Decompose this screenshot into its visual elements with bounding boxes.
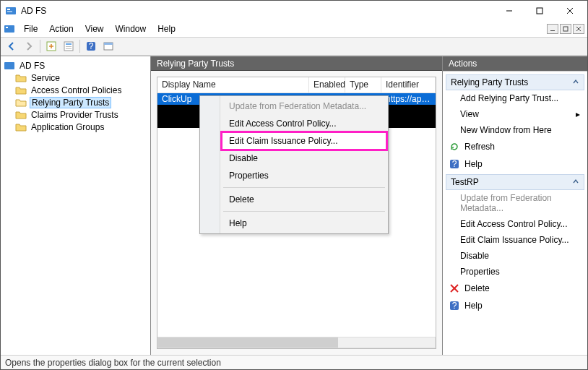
svg-rect-17 (66, 48, 72, 49)
help-icon: ? (449, 158, 460, 170)
tree-root-label: AD FS (18, 61, 46, 71)
cm-separator (223, 211, 385, 212)
svg-rect-8 (6, 27, 8, 28)
cm-help[interactable]: Help (222, 215, 386, 232)
col-display-name[interactable]: Display Name (157, 77, 309, 92)
title-bar: AD FS (1, 1, 587, 21)
cm-separator (223, 187, 385, 188)
collapse-icon (572, 177, 579, 187)
action-disable[interactable]: Disable (446, 248, 584, 264)
action-new-window[interactable]: New Window from Here (446, 122, 584, 138)
svg-rect-2 (7, 11, 12, 12)
add-button[interactable] (43, 38, 59, 54)
minimize-button[interactable] (495, 2, 524, 20)
svg-rect-4 (537, 8, 542, 14)
actions-section-testrp[interactable]: TestRP (446, 174, 584, 190)
menu-icon (4, 23, 15, 35)
action-refresh[interactable]: Refresh (446, 138, 584, 155)
maximize-button[interactable] (525, 2, 554, 20)
status-text: Opens the properties dialog box for the … (5, 358, 221, 368)
collapse-icon (572, 77, 579, 87)
svg-rect-16 (66, 46, 72, 47)
cm-update-metadata: Update from Federation Metadata... (222, 98, 386, 115)
tree-item-cpt[interactable]: Claims Provider Trusts (4, 108, 150, 121)
cm-delete[interactable]: Delete (222, 191, 386, 208)
action-properties[interactable]: Properties (446, 264, 584, 280)
mdi-close-button[interactable] (573, 24, 584, 34)
menu-action[interactable]: Action (43, 22, 79, 35)
svg-rect-15 (66, 43, 72, 45)
window-title: AD FS (21, 6, 495, 16)
svg-text:?: ? (89, 41, 94, 51)
submenu-arrow-icon: ▸ (576, 109, 580, 119)
help-toolbar-button[interactable]: ? (83, 38, 99, 54)
action-edit-cip[interactable]: Edit Claim Issuance Policy... (446, 232, 584, 248)
svg-rect-22 (4, 62, 14, 69)
context-menu: Update from Federation Metadata... Edit … (199, 95, 389, 234)
action-update-metadata: Update from Federation Metadata... (446, 190, 584, 216)
app-icon (5, 5, 17, 17)
mdi-minimize-button[interactable] (547, 24, 558, 34)
status-bar: Opens the properties dialog box for the … (1, 355, 587, 369)
properties-button[interactable] (61, 38, 77, 54)
menu-bar: File Action View Window Help (1, 21, 587, 37)
folder-icon (15, 72, 27, 84)
action-help-2[interactable]: ? Help (446, 297, 584, 314)
svg-text:?: ? (452, 159, 457, 169)
menu-help[interactable]: Help (152, 22, 181, 35)
tree-item-appgroups[interactable]: Application Groups (4, 121, 150, 133)
main-area: AD FS Service Access Control Policies Re… (1, 56, 587, 355)
cm-edit-claim-issuance[interactable]: Edit Claim Issuance Policy... (222, 132, 386, 150)
svg-rect-21 (104, 43, 113, 45)
tree-panel: AD FS Service Access Control Policies Re… (1, 56, 151, 355)
back-button[interactable] (4, 38, 20, 54)
horizontal-scrollbar[interactable] (157, 337, 436, 348)
adfs-icon (4, 60, 15, 72)
action-delete[interactable]: Delete (446, 280, 584, 297)
delete-icon (449, 283, 460, 294)
menu-file[interactable]: File (18, 22, 43, 35)
actions-section-rpt[interactable]: Relying Party Trusts (446, 74, 584, 90)
actions-panel: Actions Relying Party Trusts Add Relying… (443, 56, 587, 355)
action-add-rpt[interactable]: Add Relying Party Trust... (446, 90, 584, 106)
svg-text:?: ? (452, 301, 457, 311)
list-header: Display Name Enabled Type Identifier (157, 77, 436, 93)
menu-view[interactable]: View (79, 22, 110, 35)
forward-button[interactable] (21, 38, 37, 54)
cm-edit-acp[interactable]: Edit Access Control Policy... (222, 115, 386, 132)
col-enabled[interactable]: Enabled (309, 77, 345, 92)
view-button[interactable] (100, 38, 116, 54)
cm-disable[interactable]: Disable (222, 150, 386, 167)
tree-item-service[interactable]: Service (4, 72, 150, 84)
tree-item-rpt[interactable]: Relying Party Trusts (4, 96, 150, 108)
folder-icon (15, 109, 27, 121)
close-button[interactable] (555, 2, 584, 20)
col-type[interactable]: Type (345, 77, 381, 92)
mdi-restore-button[interactable] (560, 24, 571, 34)
tree-item-acp[interactable]: Access Control Policies (4, 84, 150, 96)
action-edit-acp[interactable]: Edit Access Control Policy... (446, 216, 584, 232)
actions-header: Actions (443, 56, 587, 71)
svg-rect-9 (550, 30, 555, 31)
rpt-list: Display Name Enabled Type Identifier Cli… (157, 77, 436, 349)
list-body: ClickUp Yes WS-T... https://api.clickup … (157, 93, 436, 337)
center-panel: Relying Party Trusts Display Name Enable… (151, 56, 443, 355)
folder-open-icon (15, 97, 27, 108)
toolbar: ? (1, 37, 587, 56)
cm-properties[interactable]: Properties (222, 167, 386, 184)
tree-root[interactable]: AD FS (4, 59, 150, 72)
action-help-1[interactable]: ? Help (446, 155, 584, 173)
menu-window[interactable]: Window (110, 22, 152, 35)
svg-rect-1 (7, 9, 10, 10)
refresh-icon (449, 141, 460, 152)
svg-rect-7 (4, 25, 14, 33)
center-header: Relying Party Trusts (151, 56, 442, 71)
folder-icon (15, 121, 27, 133)
help-icon: ? (449, 300, 460, 311)
action-view[interactable]: View▸ (446, 106, 584, 122)
col-identifier[interactable]: Identifier (381, 77, 436, 92)
svg-rect-10 (563, 27, 568, 31)
folder-icon (15, 85, 27, 96)
